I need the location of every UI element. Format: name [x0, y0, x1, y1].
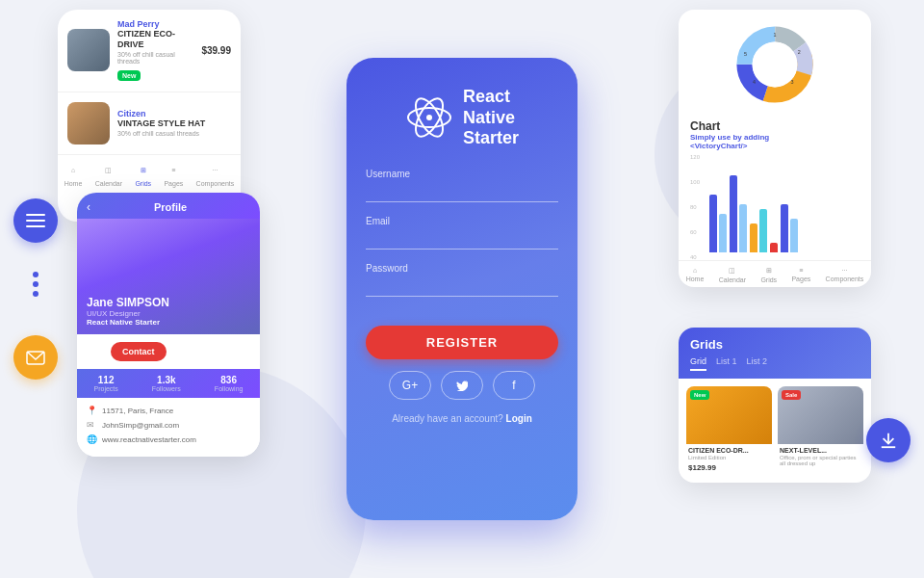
facebook-button[interactable]: f	[493, 371, 535, 400]
chart-nav-home[interactable]: ⌂ Home	[686, 267, 705, 283]
chart-nav-pages-label: Pages	[791, 276, 810, 282]
contact-button[interactable]: Contact	[111, 342, 167, 361]
login-logo: React Native Starter	[405, 87, 519, 149]
y-axis-labels: 120 100 80 60 40	[690, 154, 700, 260]
stat-projects-label: Projects	[94, 385, 118, 392]
grid-badge-new: New	[690, 390, 709, 400]
chart-pages-icon: ≡	[799, 267, 803, 274]
shopping-card: Mad Perry Citizen eco-drive 30% off chil…	[58, 10, 241, 222]
email-input[interactable]	[366, 229, 558, 250]
chart-header: Chart Simply use by adding <VictoryChart…	[679, 119, 871, 154]
svg-rect-1	[26, 220, 45, 222]
grid-info-2: NEXT-LEVEL... Office, prom or special pa…	[778, 444, 863, 469]
email-label: Email	[366, 216, 558, 226]
chart-nav-pages[interactable]: ≡ Pages	[791, 267, 810, 283]
shop-tag-1: New	[117, 70, 141, 81]
stat-following-label: Following	[215, 385, 244, 392]
password-field: Password	[366, 263, 558, 297]
username-input[interactable]	[366, 182, 558, 202]
bar-group-2	[730, 175, 747, 252]
shop-nav-grids-label: Grids	[135, 180, 151, 187]
stat-projects-num: 112	[94, 375, 118, 385]
dot-2	[33, 281, 38, 287]
shop-brand-1: Mad Perry	[117, 19, 193, 29]
chart-nav-calendar[interactable]: ◫ Calendar	[719, 267, 746, 283]
social-buttons: G+ f	[366, 371, 558, 400]
chart-donut: 1 2 3 4 5	[679, 10, 871, 119]
shop-nav-pages[interactable]: ≡ Pages	[164, 163, 183, 187]
bar-group-3	[750, 209, 767, 252]
bar-group-1	[709, 195, 727, 252]
home-icon: ⌂	[65, 163, 81, 178]
chart-nav-grids[interactable]: ⊞ Grids	[760, 267, 777, 283]
stat-followers: 1.3k Followers	[152, 375, 181, 392]
grids-tabs: Grid List 1 List 2	[690, 356, 860, 371]
chart-nav-components[interactable]: ··· Components	[826, 267, 864, 283]
chart-grids-icon: ⊞	[766, 267, 772, 275]
download-button[interactable]	[866, 418, 911, 462]
profile-info-overlay: Jane SIMPSON UI/UX Designer React Native…	[87, 296, 169, 327]
grids-tab-list1[interactable]: List 1	[716, 356, 737, 371]
login-form: Username Email Password REGISTER G+ f Al…	[366, 169, 558, 424]
bar-group-4	[770, 243, 778, 252]
login-card: React Native Starter Username Email Pass…	[346, 58, 578, 520]
calendar-icon: ◫	[101, 163, 116, 178]
shop-nav-components[interactable]: ··· Components	[196, 163, 235, 187]
grid-badge-sale: Sale	[782, 390, 801, 400]
stat-projects: 112 Projects	[94, 375, 118, 392]
shop-desc-1: 30% off chill casual threads	[117, 51, 193, 65]
logo-text: React Native Starter	[463, 87, 519, 149]
bar-4a	[770, 243, 778, 252]
chart-nav-grids-label: Grids	[760, 276, 777, 283]
grid-name-2: NEXT-LEVEL...	[780, 447, 861, 454]
twitter-icon	[456, 380, 468, 391]
password-input[interactable]	[366, 276, 558, 297]
chart-nav-calendar-label: Calendar	[719, 276, 746, 283]
hamburger-button[interactable]	[13, 198, 58, 243]
login-link[interactable]: Login	[506, 413, 532, 424]
grid-item-1: New CITIZEN ECO-DR... Limited Edition $1…	[686, 386, 772, 475]
twitter-button[interactable]	[441, 371, 483, 400]
svg-text:2: 2	[798, 49, 801, 55]
grids-tab-list2[interactable]: List 2	[747, 356, 768, 371]
shop-item-2: Citizen VINTAGE STYLE HAT 30% off chill …	[58, 92, 241, 155]
chart-calendar-icon: ◫	[729, 267, 735, 275]
mail-icon	[26, 348, 45, 367]
bar-3a	[750, 223, 757, 252]
profile-website-row: 🌐 www.reactnativestarter.com	[87, 434, 250, 444]
profile-location-row: 📍 11571, Paris, France	[87, 406, 250, 415]
shop-nav-calendar[interactable]: ◫ Calendar	[95, 163, 122, 187]
chart-home-icon: ⌂	[693, 267, 697, 274]
profile-stats: 112 Projects 1.3k Followers 836 Followin…	[77, 369, 260, 398]
shop-nav-home[interactable]: ⌂ Home	[64, 163, 83, 187]
profile-back-button[interactable]: ‹	[87, 200, 90, 214]
grids-tab-grid[interactable]: Grid	[690, 356, 706, 371]
profile-actions: Contact Follow	[77, 334, 260, 369]
shop-info-2: Citizen VINTAGE STYLE HAT 30% off chill …	[117, 109, 231, 137]
email-field: Email	[366, 216, 558, 250]
chart-bars-container: 120 100 80 60 40	[679, 154, 871, 260]
shop-desc-2: 30% off chill casual threads	[117, 130, 231, 137]
username-field: Username	[366, 169, 558, 202]
svg-text:1: 1	[774, 32, 777, 38]
chart-title: Chart	[690, 119, 860, 133]
bar-3b	[759, 209, 767, 252]
shop-nav-grids[interactable]: ⊞ Grids	[135, 163, 151, 187]
download-icon	[880, 432, 897, 449]
svg-point-9	[426, 115, 432, 120]
bar-5b	[790, 219, 798, 252]
google-button[interactable]: G+	[389, 371, 431, 400]
chart-subtitle: Simply use by adding <VictoryChart/>	[690, 133, 860, 150]
dot-1	[33, 272, 38, 277]
svg-text:4: 4	[753, 79, 756, 85]
mail-button[interactable]	[13, 335, 58, 380]
stat-followers-num: 1.3k	[152, 375, 181, 385]
register-button[interactable]: REGISTER	[366, 326, 558, 359]
password-label: Password	[366, 263, 558, 274]
profile-website: www.reactnativestarter.com	[102, 435, 196, 444]
grid-info-1: CITIZEN ECO-DR... Limited Edition $129.9…	[686, 444, 772, 475]
website-icon: 🌐	[87, 434, 96, 444]
follow-button[interactable]: Follow	[174, 342, 227, 361]
bar-5a	[781, 204, 788, 252]
profile-card: ‹ Profile Jane SIMPSON UI/UX Designer Re…	[77, 193, 260, 457]
